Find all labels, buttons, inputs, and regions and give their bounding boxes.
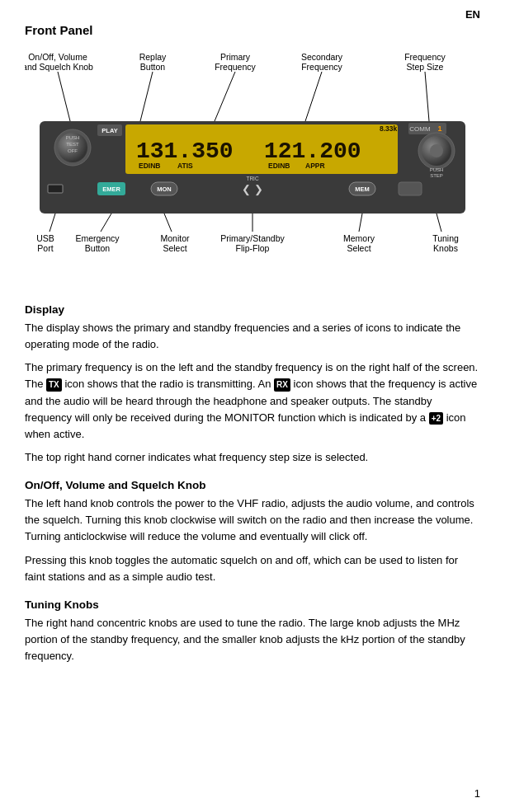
svg-text:Step Size: Step Size <box>407 62 444 72</box>
svg-point-36 <box>430 144 443 157</box>
svg-text:Emergency: Emergency <box>75 233 120 243</box>
svg-text:Primary/Standby: Primary/Standby <box>220 233 285 243</box>
display-title: Display <box>25 303 480 316</box>
onoff-para-1: The left hand knob controls the power to… <box>25 495 480 545</box>
svg-text:OFF: OFF <box>68 148 78 153</box>
svg-line-55 <box>164 214 172 232</box>
svg-text:Button: Button <box>140 62 166 72</box>
svg-text:Secondary: Secondary <box>301 52 343 62</box>
rx-icon: RX <box>274 378 290 392</box>
svg-text:ATIS: ATIS <box>177 162 193 170</box>
tuning-title: Tuning Knobs <box>25 598 480 611</box>
svg-text:131.350: 131.350 <box>136 138 234 164</box>
svg-line-11 <box>305 72 322 121</box>
page-language: EN <box>465 8 480 21</box>
plus2-icon: +2 <box>429 412 443 425</box>
front-panel-title: Front Panel <box>25 23 480 37</box>
svg-text:Flip-Flop: Flip-Flop <box>236 243 270 253</box>
onoff-para-2: Pressing this knob toggles the automatic… <box>25 552 480 585</box>
svg-text:1: 1 <box>437 124 441 133</box>
svg-text:PUSH: PUSH <box>66 135 80 140</box>
svg-text:MON: MON <box>157 185 172 193</box>
svg-rect-48 <box>399 182 422 195</box>
svg-text:COMM: COMM <box>409 125 431 133</box>
onoff-title: On/Off, Volume and Squelch Knob <box>25 479 480 491</box>
svg-text:Select: Select <box>347 243 370 253</box>
svg-line-2 <box>58 72 70 121</box>
tuning-section: Tuning Knobs The right hand concentric k… <box>25 598 480 664</box>
front-panel-diagram: On/Off, Volume and Squelch Knob Replay B… <box>25 49 480 290</box>
svg-text:Memory: Memory <box>343 233 375 243</box>
svg-text:Frequency: Frequency <box>215 62 256 72</box>
svg-rect-39 <box>48 185 63 193</box>
svg-line-49 <box>50 214 55 232</box>
svg-line-5 <box>140 72 153 121</box>
display-para-2: The primary frequency is on the left and… <box>25 359 480 443</box>
svg-text:Tuning: Tuning <box>432 233 459 243</box>
svg-text:Port: Port <box>37 243 53 253</box>
svg-text:Button: Button <box>85 243 111 253</box>
svg-text:Select: Select <box>163 243 186 253</box>
svg-text:EDINB: EDINB <box>268 162 290 170</box>
page-number: 1 <box>474 787 480 800</box>
svg-line-14 <box>425 72 429 121</box>
svg-text:Replay: Replay <box>139 52 167 62</box>
onoff-section: On/Off, Volume and Squelch Knob The left… <box>25 479 480 585</box>
svg-text:TEST: TEST <box>66 142 79 147</box>
svg-text:EMER: EMER <box>102 185 120 193</box>
svg-text:TRIC: TRIC <box>246 176 258 181</box>
svg-text:121.200: 121.200 <box>264 138 361 164</box>
tuning-para-1: The right hand concentric knobs are used… <box>25 615 480 664</box>
svg-text:STEP: STEP <box>430 173 443 178</box>
svg-text:Frequency: Frequency <box>301 62 342 72</box>
svg-text:Knobs: Knobs <box>433 243 458 253</box>
svg-text:PUSH: PUSH <box>430 167 444 172</box>
display-section: Display The display shows the primary an… <box>25 303 480 466</box>
svg-text:Frequency: Frequency <box>404 52 446 62</box>
svg-text:Primary: Primary <box>220 52 251 62</box>
svg-line-52 <box>101 214 111 232</box>
svg-text:8.33k: 8.33k <box>380 124 398 133</box>
svg-line-61 <box>359 214 362 232</box>
display-para-3: The top right hand corner indicates what… <box>25 449 480 466</box>
svg-text:and Squelch Knob: and Squelch Knob <box>25 62 93 72</box>
svg-text:PLAY: PLAY <box>101 127 117 134</box>
svg-text:USB: USB <box>36 233 54 243</box>
svg-text:❮ ❯: ❮ ❯ <box>242 183 263 196</box>
diagram-svg: On/Off, Volume and Squelch Knob Replay B… <box>25 49 480 288</box>
display-para-1: The display shows the primary and standb… <box>25 320 480 353</box>
svg-text:On/Off, Volume: On/Off, Volume <box>28 52 87 62</box>
svg-text:MEM: MEM <box>355 185 370 193</box>
svg-text:APPR: APPR <box>305 162 325 170</box>
svg-text:Monitor: Monitor <box>160 233 190 243</box>
svg-line-64 <box>437 214 441 232</box>
svg-text:EDINB: EDINB <box>139 162 160 170</box>
tx-icon: TX <box>46 378 62 392</box>
svg-line-8 <box>215 72 235 121</box>
